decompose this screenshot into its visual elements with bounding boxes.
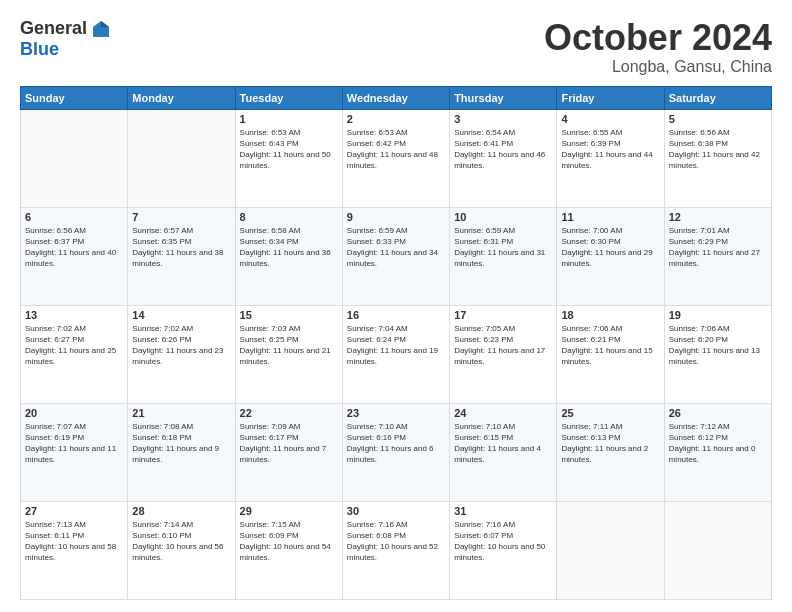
day-number: 24: [454, 407, 552, 419]
day-info: Sunrise: 6:53 AM Sunset: 6:43 PM Dayligh…: [240, 128, 331, 171]
calendar-day-cell: 4Sunrise: 6:55 AM Sunset: 6:39 PM Daylig…: [557, 109, 664, 207]
day-info: Sunrise: 6:59 AM Sunset: 6:31 PM Dayligh…: [454, 226, 545, 269]
day-info: Sunrise: 7:02 AM Sunset: 6:27 PM Dayligh…: [25, 324, 116, 367]
day-number: 19: [669, 309, 767, 321]
day-number: 11: [561, 211, 659, 223]
calendar-day-cell: 6Sunrise: 6:56 AM Sunset: 6:37 PM Daylig…: [21, 207, 128, 305]
calendar-day-cell: [128, 109, 235, 207]
month-title: October 2024: [544, 18, 772, 58]
day-number: 16: [347, 309, 445, 321]
calendar-day-cell: 28Sunrise: 7:14 AM Sunset: 6:10 PM Dayli…: [128, 501, 235, 599]
calendar-day-cell: [557, 501, 664, 599]
day-number: 23: [347, 407, 445, 419]
day-number: 7: [132, 211, 230, 223]
day-info: Sunrise: 6:55 AM Sunset: 6:39 PM Dayligh…: [561, 128, 652, 171]
day-info: Sunrise: 6:56 AM Sunset: 6:38 PM Dayligh…: [669, 128, 760, 171]
day-info: Sunrise: 7:12 AM Sunset: 6:12 PM Dayligh…: [669, 422, 756, 465]
calendar-week-row: 6Sunrise: 6:56 AM Sunset: 6:37 PM Daylig…: [21, 207, 772, 305]
day-number: 2: [347, 113, 445, 125]
calendar-day-cell: 27Sunrise: 7:13 AM Sunset: 6:11 PM Dayli…: [21, 501, 128, 599]
calendar-day-cell: 5Sunrise: 6:56 AM Sunset: 6:38 PM Daylig…: [664, 109, 771, 207]
calendar-week-row: 27Sunrise: 7:13 AM Sunset: 6:11 PM Dayli…: [21, 501, 772, 599]
day-number: 1: [240, 113, 338, 125]
weekday-header: Friday: [557, 86, 664, 109]
day-info: Sunrise: 7:08 AM Sunset: 6:18 PM Dayligh…: [132, 422, 219, 465]
calendar-day-cell: 26Sunrise: 7:12 AM Sunset: 6:12 PM Dayli…: [664, 403, 771, 501]
calendar-day-cell: 12Sunrise: 7:01 AM Sunset: 6:29 PM Dayli…: [664, 207, 771, 305]
day-number: 29: [240, 505, 338, 517]
day-info: Sunrise: 7:16 AM Sunset: 6:07 PM Dayligh…: [454, 520, 545, 563]
day-info: Sunrise: 6:59 AM Sunset: 6:33 PM Dayligh…: [347, 226, 438, 269]
calendar-day-cell: 31Sunrise: 7:16 AM Sunset: 6:07 PM Dayli…: [450, 501, 557, 599]
calendar-day-cell: 25Sunrise: 7:11 AM Sunset: 6:13 PM Dayli…: [557, 403, 664, 501]
day-number: 15: [240, 309, 338, 321]
day-info: Sunrise: 6:54 AM Sunset: 6:41 PM Dayligh…: [454, 128, 545, 171]
svg-marker-1: [101, 21, 109, 27]
day-number: 4: [561, 113, 659, 125]
day-info: Sunrise: 6:56 AM Sunset: 6:37 PM Dayligh…: [25, 226, 116, 269]
day-number: 17: [454, 309, 552, 321]
day-number: 5: [669, 113, 767, 125]
day-number: 18: [561, 309, 659, 321]
day-number: 25: [561, 407, 659, 419]
day-number: 27: [25, 505, 123, 517]
calendar-day-cell: 20Sunrise: 7:07 AM Sunset: 6:19 PM Dayli…: [21, 403, 128, 501]
calendar-week-row: 13Sunrise: 7:02 AM Sunset: 6:27 PM Dayli…: [21, 305, 772, 403]
day-number: 30: [347, 505, 445, 517]
day-number: 26: [669, 407, 767, 419]
calendar-day-cell: 10Sunrise: 6:59 AM Sunset: 6:31 PM Dayli…: [450, 207, 557, 305]
calendar-day-cell: 8Sunrise: 6:58 AM Sunset: 6:34 PM Daylig…: [235, 207, 342, 305]
calendar-day-cell: 3Sunrise: 6:54 AM Sunset: 6:41 PM Daylig…: [450, 109, 557, 207]
day-number: 28: [132, 505, 230, 517]
weekday-header: Saturday: [664, 86, 771, 109]
day-number: 3: [454, 113, 552, 125]
calendar-week-row: 20Sunrise: 7:07 AM Sunset: 6:19 PM Dayli…: [21, 403, 772, 501]
calendar-day-cell: 1Sunrise: 6:53 AM Sunset: 6:43 PM Daylig…: [235, 109, 342, 207]
day-number: 13: [25, 309, 123, 321]
day-info: Sunrise: 7:04 AM Sunset: 6:24 PM Dayligh…: [347, 324, 438, 367]
day-info: Sunrise: 7:11 AM Sunset: 6:13 PM Dayligh…: [561, 422, 648, 465]
day-info: Sunrise: 7:06 AM Sunset: 6:21 PM Dayligh…: [561, 324, 652, 367]
calendar-day-cell: 13Sunrise: 7:02 AM Sunset: 6:27 PM Dayli…: [21, 305, 128, 403]
calendar-day-cell: 19Sunrise: 7:06 AM Sunset: 6:20 PM Dayli…: [664, 305, 771, 403]
day-info: Sunrise: 7:16 AM Sunset: 6:08 PM Dayligh…: [347, 520, 438, 563]
calendar-day-cell: 7Sunrise: 6:57 AM Sunset: 6:35 PM Daylig…: [128, 207, 235, 305]
day-info: Sunrise: 7:10 AM Sunset: 6:15 PM Dayligh…: [454, 422, 541, 465]
calendar-day-cell: 11Sunrise: 7:00 AM Sunset: 6:30 PM Dayli…: [557, 207, 664, 305]
weekday-header: Monday: [128, 86, 235, 109]
calendar-day-cell: 23Sunrise: 7:10 AM Sunset: 6:16 PM Dayli…: [342, 403, 449, 501]
day-info: Sunrise: 6:57 AM Sunset: 6:35 PM Dayligh…: [132, 226, 223, 269]
day-info: Sunrise: 7:00 AM Sunset: 6:30 PM Dayligh…: [561, 226, 652, 269]
day-info: Sunrise: 7:14 AM Sunset: 6:10 PM Dayligh…: [132, 520, 223, 563]
weekday-header: Wednesday: [342, 86, 449, 109]
day-info: Sunrise: 7:09 AM Sunset: 6:17 PM Dayligh…: [240, 422, 327, 465]
calendar-day-cell: 16Sunrise: 7:04 AM Sunset: 6:24 PM Dayli…: [342, 305, 449, 403]
calendar-day-cell: 15Sunrise: 7:03 AM Sunset: 6:25 PM Dayli…: [235, 305, 342, 403]
calendar-day-cell: 2Sunrise: 6:53 AM Sunset: 6:42 PM Daylig…: [342, 109, 449, 207]
calendar-day-cell: 17Sunrise: 7:05 AM Sunset: 6:23 PM Dayli…: [450, 305, 557, 403]
day-info: Sunrise: 7:05 AM Sunset: 6:23 PM Dayligh…: [454, 324, 545, 367]
calendar-header-row: SundayMondayTuesdayWednesdayThursdayFrid…: [21, 86, 772, 109]
calendar-day-cell: 14Sunrise: 7:02 AM Sunset: 6:26 PM Dayli…: [128, 305, 235, 403]
day-info: Sunrise: 7:13 AM Sunset: 6:11 PM Dayligh…: [25, 520, 116, 563]
calendar-week-row: 1Sunrise: 6:53 AM Sunset: 6:43 PM Daylig…: [21, 109, 772, 207]
day-number: 8: [240, 211, 338, 223]
logo-general-text: General: [20, 18, 87, 39]
day-number: 9: [347, 211, 445, 223]
weekday-header: Thursday: [450, 86, 557, 109]
calendar-day-cell: 9Sunrise: 6:59 AM Sunset: 6:33 PM Daylig…: [342, 207, 449, 305]
title-block: October 2024 Longba, Gansu, China: [544, 18, 772, 76]
day-info: Sunrise: 7:02 AM Sunset: 6:26 PM Dayligh…: [132, 324, 223, 367]
day-number: 20: [25, 407, 123, 419]
calendar-day-cell: [21, 109, 128, 207]
calendar-day-cell: 24Sunrise: 7:10 AM Sunset: 6:15 PM Dayli…: [450, 403, 557, 501]
calendar-day-cell: 29Sunrise: 7:15 AM Sunset: 6:09 PM Dayli…: [235, 501, 342, 599]
day-info: Sunrise: 7:07 AM Sunset: 6:19 PM Dayligh…: [25, 422, 116, 465]
day-number: 10: [454, 211, 552, 223]
calendar-table: SundayMondayTuesdayWednesdayThursdayFrid…: [20, 86, 772, 600]
day-info: Sunrise: 6:58 AM Sunset: 6:34 PM Dayligh…: [240, 226, 331, 269]
logo: General Blue: [20, 18, 111, 60]
calendar-day-cell: 18Sunrise: 7:06 AM Sunset: 6:21 PM Dayli…: [557, 305, 664, 403]
day-info: Sunrise: 6:53 AM Sunset: 6:42 PM Dayligh…: [347, 128, 438, 171]
day-info: Sunrise: 7:06 AM Sunset: 6:20 PM Dayligh…: [669, 324, 760, 367]
